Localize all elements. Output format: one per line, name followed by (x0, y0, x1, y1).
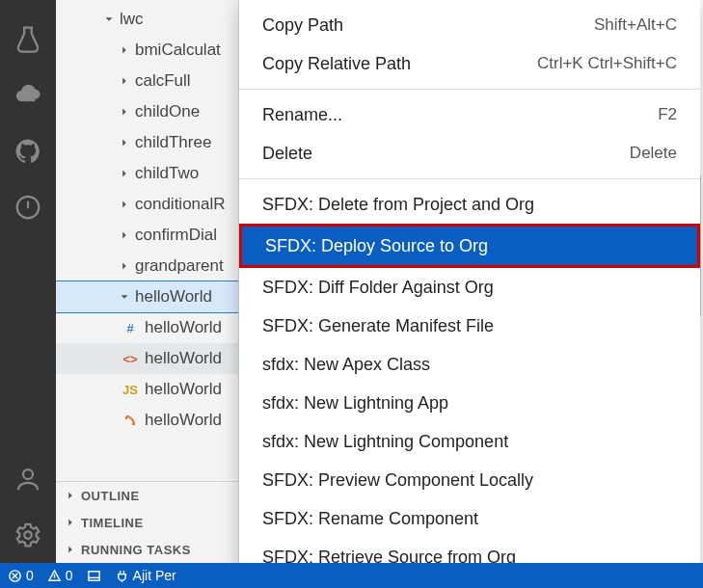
beaker-icon[interactable] (0, 12, 56, 67)
account-icon[interactable] (0, 451, 56, 507)
sidebar-sections: OUTLINE TIMELINE RUNNING TASKS (56, 481, 238, 563)
tree-folder-lwc[interactable]: lwc (56, 4, 238, 35)
status-panel-layout[interactable] (87, 569, 101, 583)
tree-label: helloWorld (145, 349, 222, 368)
tree-label: confirmDial (135, 226, 217, 245)
menu-separator (239, 178, 700, 179)
chevron-right-icon (118, 198, 131, 211)
tree-label: calcFull (135, 71, 191, 91)
status-warnings[interactable]: 0 (47, 568, 73, 583)
menu-label: SFDX: Diff Folder Against Org (262, 278, 494, 298)
status-org-connection[interactable]: Ajit Per (115, 568, 176, 583)
js-file-icon: JS (122, 381, 139, 398)
html-file-icon: <> (122, 350, 139, 367)
menu-sfdx-preview[interactable]: SFDX: Preview Component Locally (239, 461, 700, 499)
chevron-down-icon (118, 290, 131, 304)
tree-folder[interactable]: conditionalR (56, 189, 238, 220)
tree-label: helloWorld (145, 318, 222, 337)
status-errors[interactable]: 0 (8, 568, 34, 583)
menu-sfdx-new-lightning-component[interactable]: sfdx: New Lightning Component (239, 422, 700, 461)
tree-folder-helloworld[interactable]: helloWorld (56, 281, 238, 312)
activity-bar (0, 0, 56, 563)
menu-copy-relative-path[interactable]: Copy Relative PathCtrl+K Ctrl+Shift+C (239, 44, 700, 83)
section-label: TIMELINE (81, 516, 144, 530)
tree-label: bmiCalculat (135, 40, 221, 60)
chevron-right-icon (118, 228, 131, 242)
cloud-icon[interactable] (0, 67, 56, 123)
menu-shortcut: Ctrl+K Ctrl+Shift+C (537, 54, 677, 73)
tree-file[interactable]: JShelloWorld (56, 374, 238, 405)
svg-point-2 (24, 531, 32, 539)
chevron-right-icon (64, 489, 77, 502)
menu-label: SFDX: Rename Component (262, 509, 478, 529)
chevron-right-icon (64, 543, 77, 556)
chevron-down-icon (102, 13, 116, 26)
chevron-right-icon (118, 105, 131, 119)
error-icon (8, 569, 22, 583)
menu-sfdx-new-apex[interactable]: sfdx: New Apex Class (239, 345, 700, 384)
tree-file[interactable]: <>helloWorld (56, 343, 238, 374)
tree-label: lwc (120, 10, 144, 29)
menu-label: Delete (262, 144, 312, 164)
menu-label: Rename... (262, 105, 342, 125)
menu-sfdx-manifest[interactable]: SFDX: Generate Manifest File (239, 307, 700, 345)
menu-copy-path[interactable]: Copy PathShift+Alt+C (239, 6, 700, 44)
github-icon[interactable] (0, 123, 56, 179)
warning-icon[interactable] (0, 179, 56, 235)
tree-folder[interactable]: childThree (56, 127, 238, 158)
tree-label: conditionalR (135, 195, 226, 214)
warning-icon (47, 569, 62, 583)
plug-icon (115, 569, 129, 583)
menu-label: Copy Relative Path (262, 54, 411, 74)
tree-label: helloWorld (145, 411, 222, 430)
menu-sfdx-new-lightning-app[interactable]: sfdx: New Lightning App (239, 384, 700, 422)
menu-rename[interactable]: Rename...F2 (239, 95, 700, 134)
status-user: Ajit Per (133, 568, 176, 583)
chevron-right-icon (118, 136, 131, 149)
layout-icon (87, 569, 101, 583)
tree-label: helloWorld (145, 380, 222, 399)
section-label: RUNNING TASKS (81, 543, 191, 557)
tree-folder[interactable]: grandparent (56, 251, 238, 281)
section-label: OUTLINE (81, 489, 140, 503)
menu-shortcut: Shift+Alt+C (594, 15, 677, 35)
tree-folder[interactable]: childTwo (56, 158, 238, 189)
tree-folder[interactable]: childOne (56, 96, 238, 127)
status-warning-count: 0 (66, 568, 73, 583)
menu-label: sfdx: New Lightning App (262, 393, 448, 414)
tree-folder[interactable]: confirmDial (56, 220, 238, 251)
section-running-tasks[interactable]: RUNNING TASKS (56, 536, 238, 563)
tree-label: helloWorld (135, 287, 212, 307)
chevron-right-icon (118, 43, 131, 57)
menu-sfdx-delete[interactable]: SFDX: Delete from Project and Org (239, 185, 700, 224)
menu-label: sfdx: New Apex Class (262, 355, 430, 375)
tree-file[interactable]: helloWorld (56, 405, 238, 436)
section-outline[interactable]: OUTLINE (56, 482, 238, 509)
tree-label: childTwo (135, 164, 199, 183)
menu-label: SFDX: Generate Manifest File (262, 316, 494, 336)
css-file-icon: # (122, 319, 139, 336)
svg-point-1 (23, 469, 33, 479)
tree-label: childOne (135, 102, 200, 121)
tree-folder[interactable]: calcFull (56, 66, 238, 96)
tree-folder[interactable]: bmiCalculat (56, 35, 238, 66)
gear-icon[interactable] (0, 507, 56, 563)
chevron-right-icon (64, 516, 77, 529)
menu-sfdx-rename[interactable]: SFDX: Rename Component (239, 499, 700, 538)
explorer-sidebar: lwc bmiCalculat calcFull childOne childT… (56, 0, 239, 563)
menu-delete[interactable]: DeleteDelete (239, 134, 700, 173)
chevron-right-icon (118, 74, 131, 88)
menu-shortcut: F2 (658, 105, 677, 124)
menu-label: SFDX: Delete from Project and Org (262, 195, 534, 215)
menu-sfdx-diff[interactable]: SFDX: Diff Folder Against Org (239, 268, 700, 307)
section-timeline[interactable]: TIMELINE (56, 509, 238, 536)
menu-sfdx-deploy[interactable]: SFDX: Deploy Source to Org (242, 227, 697, 265)
menu-label: SFDX: Deploy Source to Org (265, 236, 488, 256)
menu-sfdx-retrieve[interactable]: SFDX: Retrieve Source from Org (239, 538, 700, 563)
status-error-count: 0 (26, 568, 34, 583)
menu-label: SFDX: Retrieve Source from Org (262, 548, 516, 564)
status-bar: 0 0 Ajit Per (0, 563, 703, 588)
svg-rect-4 (88, 571, 98, 579)
xml-file-icon (122, 412, 139, 429)
tree-file[interactable]: #helloWorld (56, 312, 238, 343)
